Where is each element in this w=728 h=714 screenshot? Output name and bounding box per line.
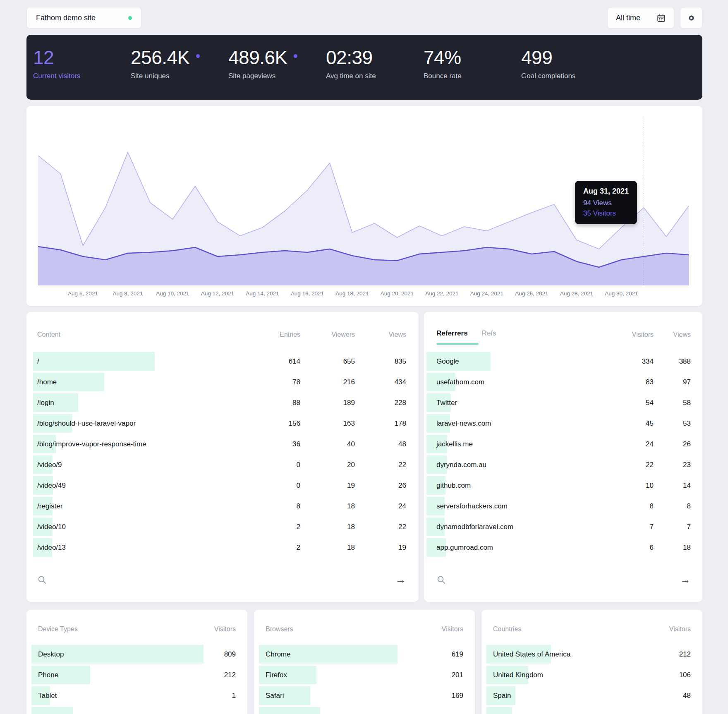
- referrer-row[interactable]: dyrynda.com.au2223: [424, 455, 702, 475]
- stat-avg-time-on-site: 02:39Avg time on site: [326, 35, 424, 100]
- views-value: 23: [424, 455, 691, 475]
- stat-value: 12: [33, 48, 131, 67]
- browsers-card: Browsers Visitors Chrome619Firefox201Saf…: [254, 610, 475, 714]
- x-tick-label: Aug 16, 2021: [291, 290, 324, 297]
- active-tab-underline: [436, 343, 479, 345]
- referrer-row[interactable]: dynamodbforlaravel.com77: [424, 517, 702, 537]
- visitors-value: 106: [481, 665, 691, 685]
- device-row[interactable]: Phone212: [26, 665, 247, 685]
- date-range-button[interactable]: All time: [607, 7, 674, 29]
- content-row[interactable]: /video/1321819: [26, 537, 419, 558]
- content-row[interactable]: /video/4901926: [26, 475, 419, 496]
- views-value: 835: [26, 351, 406, 372]
- content-row[interactable]: /home78216434: [26, 372, 419, 393]
- content-row[interactable]: /register81824: [26, 496, 419, 517]
- visitors-value: 809: [26, 644, 236, 665]
- visitors-value: 48: [481, 685, 691, 706]
- views-value: 48: [26, 434, 406, 455]
- referrer-row[interactable]: app.gumroad.com618: [424, 537, 702, 558]
- content-row[interactable]: /login88189228: [26, 393, 419, 413]
- country-row[interactable]: Spain48: [481, 685, 702, 706]
- stat-label: Avg time on site: [326, 72, 424, 80]
- stat-value: 74%: [424, 48, 521, 67]
- live-status-dot: [128, 16, 132, 20]
- referrer-row[interactable]: Twitter5458: [424, 393, 702, 413]
- views-value: 19: [26, 537, 406, 558]
- stat-label: Site pageviews: [228, 72, 326, 80]
- browser-row[interactable]: Firefox201: [254, 665, 475, 685]
- stat-label: Bounce rate: [424, 72, 521, 80]
- content-card: Content Entries Viewers Views /614655835…: [26, 312, 419, 602]
- views-value: 18: [424, 537, 691, 558]
- visitors-value: 212: [26, 665, 236, 685]
- x-tick-label: Aug 10, 2021: [156, 290, 189, 297]
- x-tick-label: Aug 8, 2021: [113, 290, 143, 297]
- views-value: 178: [26, 413, 406, 434]
- browser-row[interactable]: Chrome619: [254, 644, 475, 665]
- device-types-col-visitors: Visitors: [26, 625, 236, 633]
- content-col-views: Views: [26, 331, 406, 338]
- site-selector-button[interactable]: Fathom demo site: [26, 7, 141, 29]
- device-types-card: Device Types Visitors Desktop809Phone212…: [26, 610, 247, 714]
- content-row[interactable]: /video/902022: [26, 455, 419, 475]
- stat-bounce-rate: 74%Bounce rate: [424, 35, 521, 100]
- settings-button[interactable]: [680, 7, 702, 29]
- x-tick-label: Aug 28, 2021: [560, 290, 593, 297]
- device-row-partial: [26, 706, 247, 714]
- device-row[interactable]: Tablet1: [26, 685, 247, 706]
- stat-site-uniques: 256.4KSite uniques: [131, 35, 228, 100]
- country-row-partial: [481, 706, 702, 714]
- tooltip-visitors: 35 Visitors: [583, 209, 629, 218]
- chart-tooltip: Aug 31, 2021 94 Views 35 Visitors: [575, 181, 637, 224]
- x-tick-label: Aug 30, 2021: [605, 290, 638, 297]
- referrer-row[interactable]: laravel-news.com4553: [424, 413, 702, 434]
- views-value: 22: [26, 455, 406, 475]
- views-value: 26: [424, 434, 691, 455]
- content-row[interactable]: /blog/should-i-use-laravel-vapor15616317…: [26, 413, 419, 434]
- stat-label: Goal completions: [521, 72, 619, 80]
- referrers-col-views: Views: [424, 331, 691, 338]
- views-value: 22: [26, 517, 406, 537]
- referrer-row[interactable]: github.com1014: [424, 475, 702, 496]
- stat-value: 489.6K: [228, 48, 326, 67]
- referrer-row[interactable]: jackellis.me2426: [424, 434, 702, 455]
- countries-col-visitors: Visitors: [481, 625, 691, 633]
- gear-icon: [687, 13, 696, 23]
- views-value: 26: [26, 475, 406, 496]
- x-tick-label: Aug 14, 2021: [246, 290, 279, 297]
- stat-label: Current visitors: [33, 72, 131, 80]
- views-value: 388: [424, 351, 691, 372]
- content-row[interactable]: /video/1021822: [26, 517, 419, 537]
- views-value: 434: [26, 372, 406, 393]
- referrer-row[interactable]: serversforhackers.com88: [424, 496, 702, 517]
- x-tick-label: Aug 12, 2021: [201, 290, 234, 297]
- visitors-value: 1: [26, 685, 236, 706]
- country-row[interactable]: United Kingdom106: [481, 665, 702, 685]
- content-row[interactable]: /614655835: [26, 351, 419, 372]
- calendar-icon: [657, 14, 666, 22]
- views-value: 24: [26, 496, 406, 517]
- device-row[interactable]: Desktop809: [26, 644, 247, 665]
- tooltip-date: Aug 31, 2021: [583, 187, 629, 196]
- content-view-more-arrow[interactable]: →: [26, 573, 406, 586]
- date-range-label: All time: [616, 14, 640, 22]
- x-tick-label: Aug 26, 2021: [515, 290, 548, 297]
- stat-goal-completions: 499Goal completions: [521, 35, 619, 100]
- views-value: 53: [424, 413, 691, 434]
- x-tick-label: Aug 22, 2021: [425, 290, 458, 297]
- stat-value: 256.4K: [131, 48, 228, 67]
- browser-row[interactable]: Safari169: [254, 685, 475, 706]
- country-row[interactable]: United States of America212: [481, 644, 702, 665]
- visitors-value: 169: [254, 685, 463, 706]
- views-value: 8: [424, 496, 691, 517]
- stat-trend-dot: [196, 54, 200, 58]
- referrer-row[interactable]: usefathom.com8397: [424, 372, 702, 393]
- tooltip-views: 94 Views: [583, 199, 629, 207]
- referrers-card: Referrers Refs Visitors Views Google3343…: [424, 312, 702, 602]
- stat-label: Site uniques: [131, 72, 228, 80]
- referrer-row[interactable]: Google334388: [424, 351, 702, 372]
- stat-site-pageviews: 489.6KSite pageviews: [228, 35, 326, 100]
- referrers-view-more-arrow[interactable]: →: [424, 573, 691, 586]
- x-tick-label: Aug 24, 2021: [470, 290, 503, 297]
- content-row[interactable]: /blog/improve-vapor-response-time364048: [26, 434, 419, 455]
